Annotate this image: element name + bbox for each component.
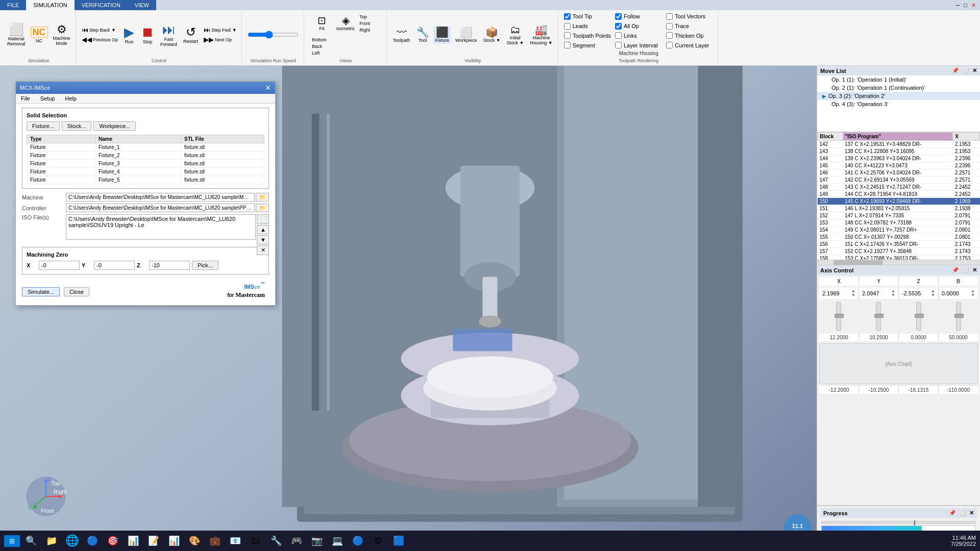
fixture-button[interactable]: Fixture...: [27, 121, 60, 131]
taskbar-app14[interactable]: 🔵: [349, 532, 367, 550]
axis-down-x[interactable]: ▼: [851, 293, 855, 297]
gcode-row[interactable]: 143 138 CC X+1.22808 Y+3.16095 2.1953: [818, 148, 980, 155]
iso-file-item[interactable]: C:\Users\Andy Brewster\Desktop\IMSce for…: [68, 216, 253, 228]
initial-stock-button[interactable]: 🗂 InitialStock ▼: [504, 23, 526, 46]
taskbar-app6[interactable]: 🎨: [185, 532, 204, 550]
segment-button[interactable]: Segment: [562, 41, 612, 49]
slider-track-b[interactable]: [956, 302, 961, 331]
current-layer-button[interactable]: Current Layer: [665, 41, 715, 49]
toolpath-points-button[interactable]: Toolpath Points: [562, 32, 612, 39]
fixture-row[interactable]: Fixture Fixture_1 fixture.stl: [27, 143, 264, 152]
slider-thumb-x[interactable]: [835, 314, 844, 318]
gcode-row[interactable]: 153 148 CC X+2.09782 Y+.73188 2.0791: [818, 219, 980, 227]
tab-verification[interactable]: VERIFICATION: [75, 0, 128, 10]
fast-forward-button[interactable]: ⏭ FastForward: [158, 22, 179, 48]
taskbar-app2[interactable]: 🎯: [104, 532, 122, 550]
gcode-row[interactable]: 142 137 C X+2.19531 Y+3.48829 DR- 2.1953: [818, 141, 980, 148]
gcode-row[interactable]: 150 145 C X+2.19693 Y+2.09468 DR- 2.1969: [818, 198, 980, 205]
gcode-row[interactable]: 151 146 L X+2.19383 Y+2.05815 2.1938: [818, 205, 980, 212]
axis-down-b[interactable]: ▼: [971, 293, 975, 297]
axis-stepper-b[interactable]: ▲ ▼: [971, 289, 975, 297]
slider-thumb-z[interactable]: [915, 314, 924, 318]
gcode-row[interactable]: 158 153 C X+2.17588 Y+.36013 DR- 2.1753: [818, 255, 980, 260]
move-list-item[interactable]: Op. 4 (3): 'Operation 3': [817, 100, 980, 108]
taskbar-app15[interactable]: ⚙: [369, 532, 387, 550]
slider-track-z[interactable]: [916, 302, 921, 331]
taskbar-app8[interactable]: 📧: [226, 532, 244, 550]
taskbar-app13[interactable]: 💻: [328, 532, 347, 550]
taskbar-app12[interactable]: 📷: [308, 532, 326, 550]
gcode-hscroll-thumb[interactable]: [834, 260, 883, 265]
taskbar-browser[interactable]: 🌐: [63, 532, 81, 550]
toolpath-vis-button[interactable]: 〰 Toolpath: [391, 26, 412, 44]
axis-pin-button[interactable]: 📌: [952, 267, 959, 273]
machine-browse-button[interactable]: 📁: [256, 193, 269, 202]
move-list-close-button[interactable]: ✕: [972, 67, 977, 74]
run-button[interactable]: ▶ Run: [121, 24, 137, 45]
links-checkbox[interactable]: [615, 32, 622, 39]
restart-button[interactable]: ↺ Restart: [181, 25, 200, 45]
move-list-expand-button[interactable]: ⬜: [962, 67, 969, 74]
tool-vectors-button[interactable]: Tool Vectors: [665, 13, 715, 20]
slider-thumb-b[interactable]: [954, 314, 964, 318]
thicken-op-checkbox[interactable]: [666, 32, 673, 39]
machine-input[interactable]: [66, 193, 255, 202]
axis-down-z[interactable]: ▼: [931, 293, 935, 297]
follow-button[interactable]: Follow: [614, 13, 664, 20]
gcode-row[interactable]: 154 149 C X+2.08011 Y+.7257 DR+ 2.0801: [818, 227, 980, 234]
gcode-row[interactable]: 156 151 C X+2.17426 Y+.35547 DR- 2.1743: [818, 241, 980, 248]
x-input[interactable]: [39, 261, 80, 270]
gcode-row[interactable]: 145 140 CC X+41223 Y+3.0473 2.2396: [818, 162, 980, 169]
taskbar-app16[interactable]: 🟦: [389, 532, 408, 550]
progress-expand-button[interactable]: ⬜: [959, 510, 966, 516]
fixture-row[interactable]: Fixture Fixture_5 fixture.stl: [27, 176, 264, 184]
tool-tip-checkbox[interactable]: [564, 13, 571, 20]
gcode-row[interactable]: 146 141 C X+2.25706 Y+3.04024 DR- 2.2571: [818, 169, 980, 177]
gcode-row[interactable]: 148 143 C X+2.24515 Y+2.71247 DR- 2.2452: [818, 184, 980, 191]
progress-track[interactable]: [821, 521, 976, 524]
fixture-row[interactable]: Fixture Fixture_2 fixture.stl: [27, 152, 264, 160]
gcode-hscroll[interactable]: [817, 260, 980, 265]
fixture-row[interactable]: Fixture Fixture_4 fixture.stl: [27, 168, 264, 176]
dialog-close-button[interactable]: ✕: [265, 84, 271, 92]
current-layer-checkbox[interactable]: [666, 42, 673, 48]
taskbar-app11[interactable]: 🎮: [287, 532, 306, 550]
slider-track-x[interactable]: [836, 302, 841, 331]
viewport[interactable]: Z X Y Top Right Front 11.1 in: [0, 66, 817, 547]
nc-mode-button[interactable]: NC NC: [29, 26, 50, 44]
left-button[interactable]: Left: [310, 50, 333, 56]
move-list-item[interactable]: Op. 1 (1): 'Operation 1 (Initial)': [817, 76, 980, 84]
move-list-pin-button[interactable]: 📌: [952, 67, 959, 74]
gcode-row[interactable]: 152 147 L X+2.07914 Y+.7335 2.0791: [818, 212, 980, 219]
trace-button[interactable]: Trace: [665, 22, 715, 30]
axis-stepper-x[interactable]: ▲ ▼: [851, 289, 855, 297]
tab-view[interactable]: VIEW: [128, 0, 156, 10]
axis-stepper-z[interactable]: ▲ ▼: [931, 289, 935, 297]
pick-button[interactable]: Pick...: [192, 261, 218, 270]
taskbar-app10[interactable]: 🔧: [267, 532, 285, 550]
step-back-button[interactable]: ⏮ Step Back ▼: [80, 26, 120, 34]
leads-checkbox[interactable]: [564, 23, 571, 30]
stock-vis-button[interactable]: 📦 Stock ▼: [481, 26, 502, 44]
fixture-vis-button[interactable]: ⬛ Fixture: [433, 26, 452, 44]
progress-pin-button[interactable]: 📌: [949, 510, 956, 516]
toolpath-points-checkbox[interactable]: [564, 32, 571, 39]
iso-remove-button[interactable]: ✕: [257, 245, 269, 255]
slider-thumb-y[interactable]: [874, 314, 884, 318]
taskbar-files[interactable]: 📁: [42, 532, 61, 550]
move-list-item[interactable]: ▶ Op. 3 (2): 'Operation 2': [817, 92, 980, 100]
gcode-table[interactable]: Block "ISO Program" X 142 137 C X+2.1953…: [817, 132, 980, 260]
gcode-row[interactable]: 157 152 CC X+2.19277 Y+.35848 2.1743: [818, 248, 980, 255]
gcode-row[interactable]: 147 142 CC X+2.69134 Y+3.05569 2.2571: [818, 177, 980, 184]
controller-input[interactable]: [66, 204, 255, 212]
tab-simulation[interactable]: SIMULATION: [26, 0, 74, 10]
y-input[interactable]: [94, 261, 135, 270]
stock-button[interactable]: Stock...: [62, 121, 92, 131]
gcode-row[interactable]: 155 150 CC X+.01307 Y+.00298 2.0801: [818, 234, 980, 241]
workpiece-vis-button[interactable]: ⬜ Workpiece: [453, 26, 479, 44]
tab-file[interactable]: FILE: [0, 0, 26, 10]
material-removal-button[interactable]: ⬜ MaterialRemoval: [5, 22, 28, 47]
gcode-row[interactable]: 149 144 CC X+28.71954 Y+4.81819 2.2452: [818, 191, 980, 198]
tool-vectors-checkbox[interactable]: [666, 13, 673, 20]
axis-down-y[interactable]: ▼: [891, 293, 895, 297]
